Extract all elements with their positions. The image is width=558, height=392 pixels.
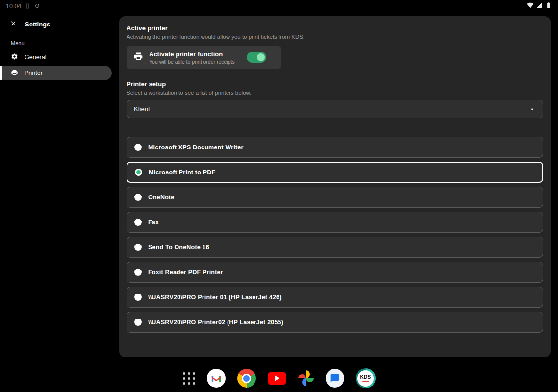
radio-icon	[134, 318, 142, 326]
wifi-icon	[527, 2, 533, 11]
radio-icon	[134, 194, 142, 201]
printer-row[interactable]: \\UASRV20\PRO Printer02 (HP LaserJet 205…	[127, 312, 543, 333]
printer-row[interactable]: Fax	[127, 212, 543, 233]
sidebar-item-general[interactable]: General	[0, 50, 114, 65]
printer-name: Microsoft Print to PDF	[149, 169, 215, 176]
tablet-screen: 10:04 Settings Me	[0, 0, 558, 392]
printer-name: \\UASRV20\PRO Printer 01 (HP LaserJet 42…	[148, 294, 282, 301]
radio-icon	[134, 294, 142, 301]
kds-app-subtext	[362, 381, 369, 382]
gmail-icon[interactable]	[207, 369, 226, 388]
printer-setup-title: Printer setup	[127, 80, 543, 88]
active-printer-title: Active printer	[127, 24, 543, 32]
printer-row[interactable]: Microsoft XPS Document Writer	[127, 137, 543, 158]
close-icon[interactable]	[10, 20, 17, 28]
printer-icon	[11, 69, 18, 77]
activate-printer-subtitle: You will be able to print order receipts	[149, 59, 235, 65]
kds-app-icon[interactable]: KDS	[356, 368, 376, 388]
printer-name: Microsoft XPS Document Writer	[148, 144, 243, 151]
radio-icon	[134, 244, 142, 251]
radio-icon	[135, 169, 142, 176]
device-notification-icon	[25, 2, 30, 11]
printer-row[interactable]: \\UASRV20\PRO Printer 01 (HP LaserJet 42…	[127, 287, 543, 308]
printer-setup-subtitle: Select a workstation to see a list of pr…	[127, 90, 543, 96]
sync-notification-icon	[34, 2, 40, 11]
printer-function-toggle[interactable]	[247, 52, 266, 63]
radio-icon	[134, 269, 142, 276]
taskbar: KDS	[0, 365, 558, 392]
printer-name: OneNote	[148, 194, 175, 201]
printer-name: \\UASRV20\PRO Printer02 (HP LaserJet 205…	[148, 319, 283, 326]
printer-name: Fax	[148, 219, 159, 226]
status-bar: 10:04	[0, 0, 558, 13]
printer-row[interactable]: OneNote	[127, 187, 543, 208]
toggle-knob	[257, 53, 265, 61]
sidebar-item-label: Printer	[25, 70, 43, 76]
activate-printer-card[interactable]: Activate printer function You will be ab…	[127, 46, 281, 69]
printer-name: Foxit Reader PDF Printer	[148, 269, 223, 276]
printer-list: Microsoft XPS Document Writer Microsoft …	[127, 137, 543, 333]
radio-icon	[134, 219, 142, 226]
battery-icon	[545, 2, 552, 11]
kds-app-label: KDS	[360, 375, 371, 380]
sidebar-title: Settings	[25, 21, 50, 28]
messages-icon[interactable]	[326, 369, 344, 388]
workstation-dropdown[interactable]: Klient	[127, 100, 543, 118]
sidebar-item-label: General	[25, 54, 46, 61]
chevron-down-icon	[528, 105, 536, 113]
sidebar-item-printer[interactable]: Printer	[0, 66, 112, 80]
clock: 10:04	[6, 3, 21, 10]
youtube-icon[interactable]	[268, 372, 286, 385]
photos-icon[interactable]	[298, 370, 314, 386]
radio-icon	[134, 144, 142, 151]
workstation-dropdown-value: Klient	[134, 105, 150, 113]
chrome-icon[interactable]	[237, 369, 256, 388]
radio-selected-dot	[136, 170, 141, 174]
printer-name: Send To OneNote 16	[148, 244, 209, 251]
app-drawer-icon[interactable]	[183, 372, 195, 385]
active-printer-subtitle: Activating the printer function would al…	[127, 34, 543, 40]
printer-settings-card: Active printer Activating the printer fu…	[119, 16, 551, 357]
printer-row[interactable]: Microsoft Print to PDF	[127, 162, 543, 183]
printer-row[interactable]: Send To OneNote 16	[127, 237, 543, 258]
activate-printer-title: Activate printer function	[149, 50, 235, 58]
gear-icon	[11, 53, 18, 62]
printer-icon	[133, 51, 143, 63]
printer-row[interactable]: Foxit Reader PDF Printer	[127, 262, 543, 283]
settings-sidebar: Settings Menu General Printer	[0, 13, 114, 365]
sidebar-header: Settings	[0, 13, 114, 28]
cellular-signal-icon	[536, 2, 543, 11]
menu-section-label: Menu	[11, 40, 114, 46]
